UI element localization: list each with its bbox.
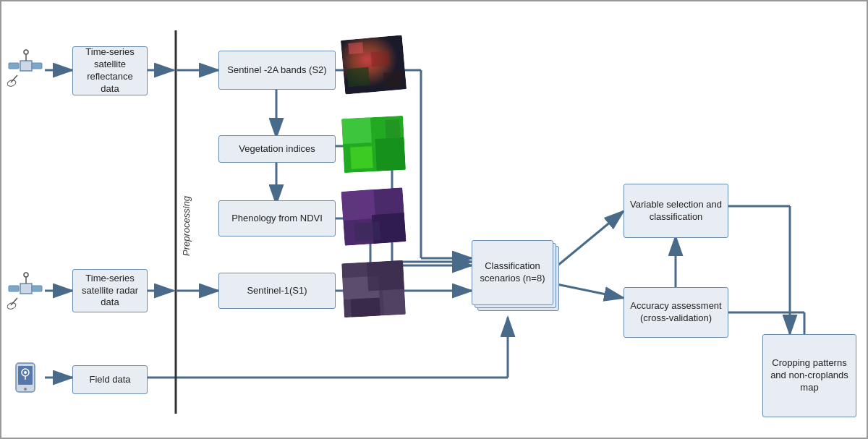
box-ts-radar: Time-series satellite radar data [72, 269, 148, 312]
box-classification: Classification scenarios (n=8) [472, 240, 553, 305]
svg-line-24 [553, 211, 624, 269]
svg-rect-65 [345, 194, 361, 216]
svg-rect-52 [348, 42, 363, 54]
satellite-radar-icon [7, 268, 43, 311]
svg-line-36 [11, 75, 17, 82]
svg-rect-54 [346, 67, 370, 88]
workflow-diagram: Time-series satellite reflectance data T… [0, 0, 868, 439]
svg-rect-68 [367, 260, 404, 291]
s1-image-thumbnail [341, 260, 406, 317]
svg-rect-55 [383, 72, 403, 88]
box-s2: Sentinel -2A bands (S2) [218, 51, 336, 90]
box-pheno: Phenology from NDVI [218, 200, 336, 236]
box-ts-reflectance: Time-series satellite reflectance data [72, 46, 148, 95]
box-veg: Vegetation indices [218, 135, 336, 163]
satellite-reflectance-icon [7, 45, 43, 88]
svg-rect-32 [9, 63, 19, 69]
svg-rect-58 [375, 137, 406, 171]
svg-rect-57 [341, 117, 372, 144]
preprocessing-label: Preprocessing [181, 146, 192, 305]
svg-rect-69 [351, 298, 380, 317]
svg-point-47 [24, 388, 27, 391]
svg-point-44 [7, 302, 17, 310]
svg-rect-60 [385, 119, 400, 138]
box-s1: Sentinel-1(S1) [218, 273, 336, 309]
svg-point-49 [24, 371, 27, 374]
svg-rect-39 [9, 286, 19, 291]
svg-rect-38 [20, 284, 32, 294]
svg-rect-70 [383, 289, 406, 316]
svg-rect-33 [32, 63, 42, 69]
field-data-icon [12, 362, 39, 396]
svg-rect-40 [32, 286, 42, 291]
svg-rect-64 [354, 221, 381, 241]
box-accuracy: Accuracy assessment (cross-validation) [624, 287, 728, 338]
box-field: Field data [72, 365, 148, 394]
veg-image-thumbnail [341, 116, 406, 173]
svg-line-25 [553, 284, 624, 298]
box-variable-selection: Variable selection and classification [624, 184, 728, 238]
svg-rect-53 [370, 51, 390, 67]
svg-rect-31 [20, 61, 32, 71]
svg-rect-59 [350, 146, 373, 169]
svg-line-43 [11, 298, 17, 305]
svg-point-37 [7, 79, 17, 88]
s2-image-thumbnail [341, 35, 407, 94]
pheno-image-thumbnail [341, 187, 406, 246]
box-cropping: Cropping patterns and non-croplands map [762, 334, 856, 417]
